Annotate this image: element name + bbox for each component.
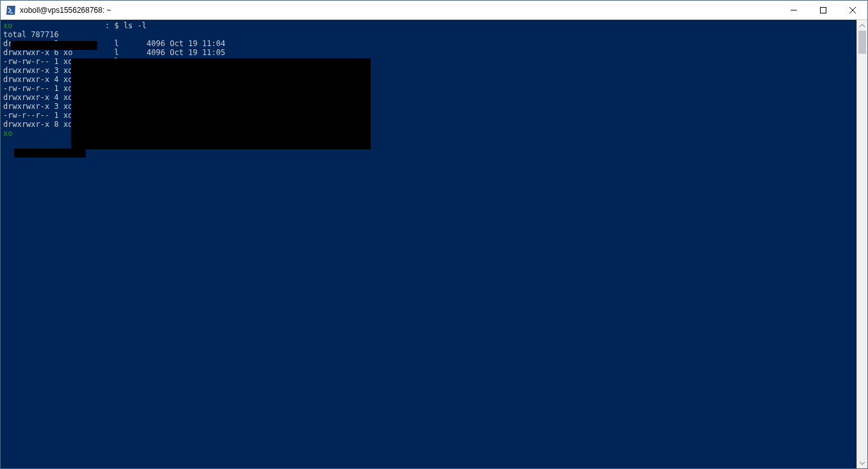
powershell-icon [6, 5, 16, 15]
scrollbar-track[interactable] [857, 31, 867, 457]
terminal-window: xoboll@vps1556268768: ~ xo : $ ls -l tot… [0, 0, 868, 469]
scroll-up-button[interactable] [857, 20, 867, 31]
prompt-user: xo [3, 21, 12, 30]
redaction-box [11, 41, 97, 50]
svg-rect-3 [821, 7, 826, 13]
redaction-box [71, 58, 371, 149]
ls-row: drwxrwxr-x 6 xo l 4096 Oct 19 11:05 [3, 48, 856, 57]
redaction-box [14, 149, 86, 158]
maximize-button[interactable] [808, 1, 838, 20]
terminal-viewport[interactable]: xo : $ ls -l total 787716 drwxrwxr-x 3 x… [1, 20, 856, 468]
prompt-user: xo [3, 129, 12, 138]
window-title: xoboll@vps1556268768: ~ [20, 6, 111, 15]
scrollbar-thumb[interactable] [858, 31, 866, 54]
prompt-line: xo : $ ls -l [3, 21, 856, 30]
ls-total-line: total 787716 [3, 30, 856, 39]
titlebar[interactable]: xoboll@vps1556268768: ~ [1, 1, 867, 20]
content-row: xo : $ ls -l total 787716 drwxrwxr-x 3 x… [1, 20, 867, 468]
prompt-dollar: $ [109, 21, 124, 30]
minimize-button[interactable] [779, 1, 808, 20]
close-button[interactable] [838, 1, 867, 20]
ls-row: drwxrwxr-x 3 xo l 4096 Oct 19 11:04 [3, 39, 856, 48]
scroll-down-button[interactable] [857, 457, 867, 468]
prompt-command: ls -l [124, 21, 147, 30]
vertical-scrollbar[interactable] [856, 20, 867, 468]
prompt-redacted-gap [12, 21, 105, 30]
